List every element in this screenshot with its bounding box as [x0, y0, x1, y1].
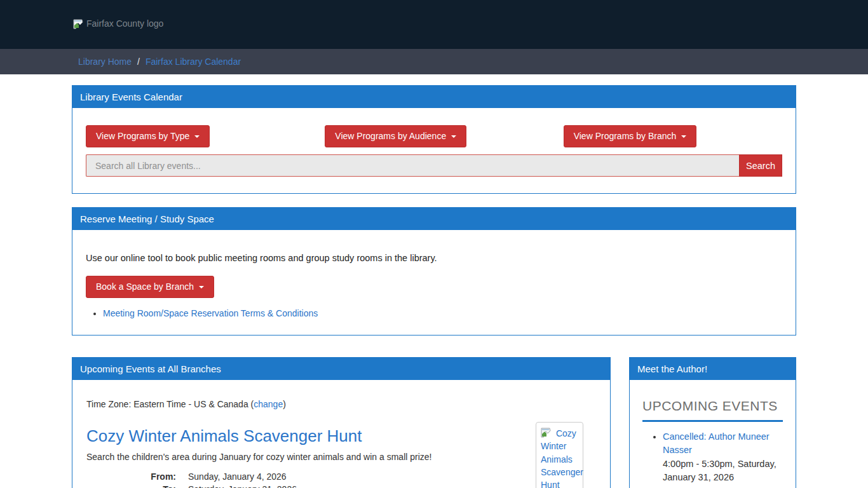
sidebar-event-time: 4:00pm - 5:30pm, Saturday, January 31, 2… — [663, 459, 776, 482]
list-item: Meeting Room/Space Reservation Terms & C… — [103, 308, 782, 318]
upcoming-events-panel: Upcoming Events at All Branches Time Zon… — [72, 357, 611, 488]
breadcrumb-separator: / — [137, 57, 140, 67]
sidebar-event-link-cancelled-author-muneer-nasser[interactable]: Cancelled: Author Muneer Nasser — [663, 431, 770, 455]
dropdown-label: Book a Space by Branch — [96, 281, 194, 292]
detail-label: To: — [86, 483, 188, 488]
broken-image-icon — [541, 428, 556, 438]
timezone-text: Time Zone: Eastern Time - US & Canada ( — [86, 399, 254, 409]
event-description: Search the children's area during Januar… — [86, 452, 596, 462]
timezone-text: ) — [283, 399, 286, 409]
view-programs-by-branch-dropdown[interactable]: View Programs by Branch — [564, 125, 697, 147]
meet-the-author-panel: Meet the Author! UPCOMING EVENTS Cancell… — [629, 357, 796, 488]
panel-title: Reserve Meeting / Study Space — [72, 208, 796, 230]
chevron-down-icon — [194, 135, 200, 138]
event-detail-to: To: Saturday, January 31, 2026 — [86, 483, 528, 488]
panel-title: Upcoming Events at All Branches — [72, 358, 610, 380]
detail-value: Sunday, January 4, 2026 — [188, 470, 287, 483]
breadcrumb-library-home[interactable]: Library Home — [78, 57, 132, 67]
search-input[interactable] — [86, 154, 739, 177]
panel-title: Library Events Calendar — [72, 86, 796, 108]
detail-value: Saturday, January 31, 2026 — [188, 483, 297, 488]
terms-and-conditions-link[interactable]: Meeting Room/Space Reservation Terms & C… — [103, 308, 318, 318]
breadcrumb-fairfax-library-calendar[interactable]: Fairfax Library Calendar — [146, 57, 241, 67]
view-programs-by-type-dropdown[interactable]: View Programs by Type — [86, 125, 210, 147]
chevron-down-icon — [681, 135, 686, 138]
detail-label: From: — [86, 470, 188, 483]
reserve-description: Use our online tool to book public meeti… — [86, 253, 782, 263]
book-a-space-by-branch-dropdown[interactable]: Book a Space by Branch — [86, 276, 214, 298]
event-title-link[interactable]: Cozy Winter Animals Scavenger Hunt — [86, 426, 362, 446]
upcoming-events-heading: UPCOMING EVENTS — [642, 389, 783, 422]
dropdown-label: View Programs by Branch — [574, 131, 677, 142]
broken-image-icon — [73, 18, 85, 31]
site-header: Fairfax County logo — [0, 0, 868, 49]
event-thumbnail-broken-image[interactable]: Cozy Winter Animals Scavenger Hunt — [536, 422, 583, 488]
chevron-down-icon — [451, 135, 456, 138]
sidebar-event-item: Cancelled: Author Muneer Nasser 4:00pm -… — [663, 430, 783, 485]
change-timezone-link[interactable]: change — [254, 399, 283, 409]
breadcrumb: Library Home / Fairfax Library Calendar — [0, 49, 868, 74]
fairfax-county-logo[interactable]: Fairfax County logo — [73, 18, 163, 31]
chevron-down-icon — [199, 286, 204, 288]
search-button[interactable]: Search — [739, 154, 782, 177]
event-card: Cozy Winter Animals Scavenger Hunt Cozy … — [86, 409, 596, 488]
event-detail-from: From: Sunday, January 4, 2026 — [86, 470, 528, 483]
dropdown-label: View Programs by Type — [96, 131, 189, 142]
panel-title: Meet the Author! — [630, 358, 796, 380]
logo-alt-text: Fairfax County logo — [86, 18, 163, 29]
dropdown-label: View Programs by Audience — [335, 131, 446, 142]
reserve-meeting-study-space-panel: Reserve Meeting / Study Space Use our on… — [72, 207, 796, 336]
library-events-calendar-panel: Library Events Calendar View Programs by… — [72, 85, 796, 194]
timezone-line: Time Zone: Eastern Time - US & Canada (c… — [86, 399, 596, 409]
view-programs-by-audience-dropdown[interactable]: View Programs by Audience — [325, 125, 466, 147]
